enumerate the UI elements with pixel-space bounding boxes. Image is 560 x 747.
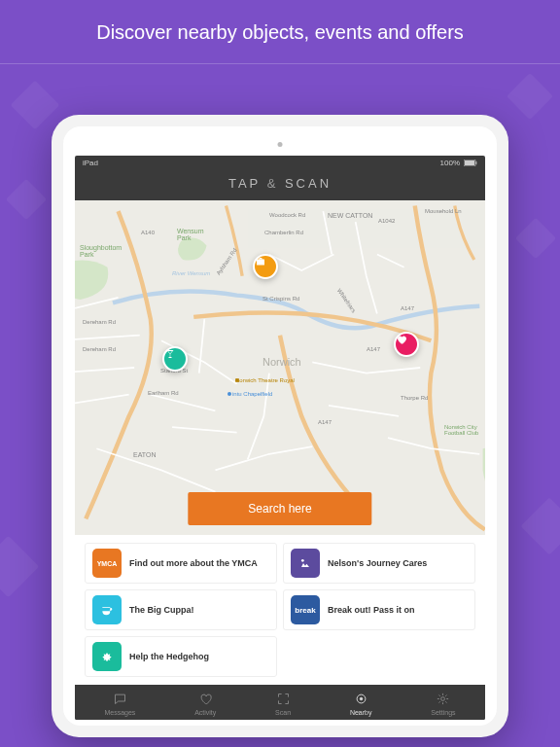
tab-label: Activity [194,709,216,716]
card-ymca[interactable]: YMCA Find out more about the YMCA [85,543,277,584]
status-battery: 100% [440,159,460,167]
camera-dot [278,142,283,147]
map-label-norwich: Norwich [262,356,301,368]
map-pin-work[interactable] [253,254,278,279]
card-icon-break: break [291,595,320,624]
promo-header: Discover nearby objects, events and offe… [0,0,560,63]
map-label-cityfc: Norwich City Football Club [444,424,478,436]
card-grid: YMCA Find out more about the YMCA Nelson… [75,535,485,685]
battery-icon [464,160,477,166]
map-label-a147-3: A147 [318,419,332,425]
tab-nearby[interactable]: Nearby [350,692,372,716]
card-text: Nelson's Journey Cares [328,558,427,569]
card-text: Find out more about the YMCA [129,558,258,569]
tab-label: Scan [275,709,291,716]
header-divider [0,63,560,64]
app-screen: iPad 100% TAP & SCAN [75,156,485,720]
heart-icon [198,692,213,707]
card-nelsons[interactable]: Nelson's Journey Cares [283,543,475,584]
map-label-dereham2: Dereham Rd [83,346,116,352]
tab-label: Settings [431,709,455,716]
card-icon-ymca: YMCA [92,549,122,578]
svg-point-7 [441,697,445,701]
location-icon [354,692,368,707]
map-label-wensum: Wensum Park [177,228,204,241]
card-icon-cuppa [92,595,122,624]
card-icon-hedgehog [92,642,122,671]
map-label-eaton: EATON [133,451,156,458]
card-text: Break out! Pass it on [328,605,415,616]
tablet-frame: iPad 100% TAP & SCAN [52,115,508,737]
svg-rect-2 [475,161,476,164]
scan-icon [276,692,291,707]
status-carrier: iPad [83,159,98,167]
map-pin-drink[interactable] [162,346,188,372]
tab-bar: Messages Activity Scan Nearby Settings [75,685,485,720]
title-left: TAP [228,176,261,191]
tab-scan[interactable]: Scan [275,692,291,716]
poi-dot-theatre [235,378,239,382]
card-text: The Big Cuppa! [129,605,194,616]
map-label-dereham: Dereham Rd [83,319,116,325]
map-pin-heart[interactable] [394,332,419,357]
tab-messages[interactable]: Messages [104,692,135,716]
map-label-theatre: Norwich Theatre Royal [235,377,295,383]
card-hedgehog[interactable]: Help the Hedgehog [85,636,277,677]
map-label-chamberlin: Chamberlin Rd [264,230,303,235]
tab-settings[interactable]: Settings [431,692,455,716]
map-label-woodcock: Woodcock Rd [269,212,305,218]
tab-label: Nearby [350,709,372,716]
map-label-thorpe: Thorpe Rd [401,395,428,401]
map-label-chapelfield: intu Chapelfield [232,391,272,397]
map-label-a147-1: A147 [401,305,414,311]
map-label-mousehold: Mousehold Ln [425,208,462,214]
gear-icon [436,692,450,707]
map-label-a1042: A1042 [378,218,395,224]
svg-point-6 [360,697,363,700]
tab-activity[interactable]: Activity [194,692,216,716]
card-break[interactable]: break Break out! Pass it on [283,589,475,630]
map-label-new-catton: NEW CATTON [328,212,372,219]
status-bar: iPad 100% [75,156,485,170]
card-cuppa[interactable]: The Big Cuppa! [85,589,277,630]
map-label-sloughbottom: Sloughbottom Park [80,244,122,258]
map-view[interactable]: NEW CATTON Sloughbottom Park Wensum Park… [75,200,485,535]
card-text: Help the Hedgehog [129,652,209,662]
map-label-a140: A140 [141,230,155,235]
app-title: TAP & SCAN [75,170,485,200]
svg-rect-1 [465,160,474,165]
map-label-stcrispins: St Crispins Rd [262,296,299,302]
svg-point-4 [301,559,304,562]
card-icon-purple-picnic [291,549,320,578]
map-label-earlham: Earlham Rd [148,390,179,396]
tab-label: Messages [104,709,135,716]
title-right: SCAN [285,176,332,191]
title-amp: & [267,176,279,191]
message-icon [113,692,127,707]
search-here-button[interactable]: Search here [188,492,371,525]
map-label-river: River Wensum [172,270,210,276]
poi-dot-chapelfield [228,392,231,396]
map-label-a147-2: A147 [367,346,380,352]
